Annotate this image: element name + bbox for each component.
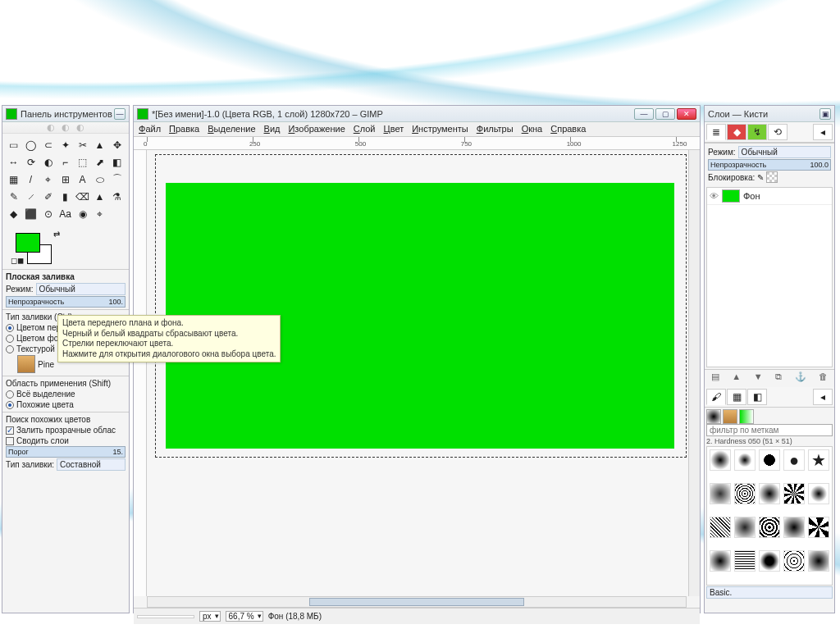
tool-13[interactable]: ◧ <box>109 154 125 170</box>
tab-undo[interactable]: ⟲ <box>768 124 788 140</box>
brush-17[interactable] <box>759 550 780 572</box>
tool-1[interactable]: ◯ <box>23 137 39 153</box>
tab-patterns[interactable]: ▦ <box>727 389 746 405</box>
tool-29[interactable]: ⬛ <box>23 206 39 221</box>
horizontal-scrollbar[interactable] <box>147 596 687 608</box>
lock-alpha-icon[interactable] <box>766 171 778 183</box>
tool-21[interactable]: ✎ <box>6 189 21 204</box>
brush-preview[interactable] <box>706 409 721 424</box>
menu-цвет[interactable]: Цвет <box>384 124 404 134</box>
anchor-layer-icon[interactable]: ⚓ <box>795 371 806 382</box>
minimize-button[interactable]: — <box>114 108 126 120</box>
fill-mode-dropdown[interactable]: Составной <box>57 458 126 471</box>
apply-similar-option[interactable]: Похожие цвета <box>6 399 126 410</box>
tool-33[interactable]: ⌖ <box>92 206 107 221</box>
tool-3[interactable]: ✦ <box>57 137 73 153</box>
tool-8[interactable]: ⟳ <box>23 154 39 170</box>
tool-17[interactable]: ⊞ <box>57 171 73 187</box>
tool-32[interactable]: ◉ <box>75 206 90 221</box>
minimize-button[interactable]: — <box>634 108 654 120</box>
swap-colors-icon[interactable]: ⇄ <box>53 230 60 239</box>
visibility-icon[interactable]: 👁 <box>710 191 719 201</box>
tab-menu-icon[interactable]: ◂ <box>813 124 833 140</box>
brush-7[interactable] <box>759 483 780 504</box>
tool-6[interactable]: ✥ <box>109 137 125 153</box>
new-layer-icon[interactable]: ▤ <box>711 371 719 382</box>
tab-gradients[interactable]: ◧ <box>747 389 767 405</box>
tool-10[interactable]: ⌐ <box>57 154 73 170</box>
brush-18[interactable] <box>783 550 805 572</box>
lower-layer-icon[interactable]: ▼ <box>754 371 763 382</box>
brush-5[interactable] <box>710 483 731 504</box>
vertical-ruler[interactable] <box>134 150 147 596</box>
menu-инструменты[interactable]: Инструменты <box>412 124 468 134</box>
menu-фильтры[interactable]: Фильтры <box>477 124 514 134</box>
reset-colors-icon[interactable]: ◻◼ <box>11 256 24 265</box>
tool-22[interactable]: ⟋ <box>23 189 39 204</box>
tool-2[interactable]: ⊂ <box>40 137 56 153</box>
brush-15[interactable] <box>710 550 731 572</box>
brush-grid[interactable]: ●★ <box>706 446 833 586</box>
scrollbar-thumb[interactable] <box>309 598 524 606</box>
tool-28[interactable]: ◆ <box>6 206 21 221</box>
color-swatch[interactable]: ◻◼ ⇄ <box>11 228 129 269</box>
brush-3[interactable]: ● <box>783 449 805 471</box>
brush-11[interactable] <box>734 517 756 538</box>
tool-31[interactable]: Aa <box>57 206 73 221</box>
tool-9[interactable]: ◐ <box>40 154 56 170</box>
menu-правка[interactable]: Правка <box>169 124 199 134</box>
layer-list[interactable]: 👁 Фон <box>706 187 833 367</box>
opacity-slider[interactable]: Непрозрачность 100. <box>6 296 126 308</box>
menu-окна[interactable]: Окна <box>522 124 543 134</box>
layer-mode-dropdown[interactable]: Обычный <box>738 146 831 158</box>
tool-5[interactable]: ▲ <box>92 137 107 153</box>
layer-opacity-slider[interactable]: Непрозрачность 100.0 <box>708 159 831 171</box>
brush-12[interactable] <box>759 517 780 538</box>
close-button[interactable]: ✕ <box>677 108 696 120</box>
layer-name[interactable]: Фон <box>743 191 760 201</box>
lock-pixels-icon[interactable]: ✎ <box>757 173 764 182</box>
brush-13[interactable] <box>783 517 805 538</box>
toolbox-titlebar[interactable]: Панель инструментов — ... — <box>2 106 129 122</box>
tool-19[interactable]: ⬭ <box>92 171 107 187</box>
threshold-slider[interactable]: Порог 15. <box>6 446 126 458</box>
vertical-scrollbar[interactable] <box>688 150 700 596</box>
brush-1[interactable] <box>734 449 756 471</box>
unit-dropdown[interactable]: px <box>199 611 221 622</box>
mode-dropdown[interactable]: Обычный <box>36 283 126 295</box>
tool-14[interactable]: ▦ <box>6 171 21 187</box>
tab-menu-icon[interactable]: ◂ <box>813 389 833 405</box>
foreground-color[interactable] <box>16 233 40 253</box>
duplicate-layer-icon[interactable]: ⧉ <box>775 371 782 382</box>
tab-channels[interactable]: ◆ <box>727 124 746 140</box>
tool-30[interactable]: ⊙ <box>40 206 56 221</box>
menu-справка[interactable]: Справка <box>550 124 586 134</box>
pattern-preview[interactable] <box>723 409 737 424</box>
menu-слой[interactable]: Слой <box>354 124 376 134</box>
tab-paths[interactable]: ↯ <box>747 124 767 140</box>
maximize-button[interactable]: ▢ <box>655 108 675 120</box>
brush-6[interactable] <box>734 483 756 504</box>
tool-12[interactable]: ⬈ <box>92 154 107 170</box>
tool-15[interactable]: / <box>23 171 39 187</box>
raise-layer-icon[interactable]: ▲ <box>732 371 741 382</box>
apply-all-option[interactable]: Всё выделение <box>6 389 126 399</box>
tool-27[interactable]: ⚗ <box>109 189 125 204</box>
brush-0[interactable] <box>710 449 731 471</box>
tool-7[interactable]: ↔ <box>6 154 21 170</box>
tool-24[interactable]: ▮ <box>57 189 73 204</box>
tab-layers[interactable]: ≣ <box>706 124 726 140</box>
tool-18[interactable]: A <box>75 171 90 187</box>
tool-11[interactable]: ⬚ <box>75 154 90 170</box>
brush-2[interactable] <box>759 449 780 471</box>
minimize-button[interactable]: ▣ <box>819 108 831 120</box>
brush-8[interactable] <box>783 483 805 504</box>
menu-изображение[interactable]: Изображение <box>288 124 345 134</box>
brush-9[interactable] <box>808 483 829 504</box>
tool-26[interactable]: ▲ <box>92 189 107 204</box>
horizontal-ruler[interactable]: 025050075010001250 <box>134 137 700 150</box>
brush-16[interactable] <box>734 550 756 572</box>
menu-выделение[interactable]: Выделение <box>208 124 255 134</box>
brush-preset-dropdown[interactable]: Basic. <box>706 586 833 599</box>
tab-brushes[interactable]: 🖌 <box>706 389 726 405</box>
